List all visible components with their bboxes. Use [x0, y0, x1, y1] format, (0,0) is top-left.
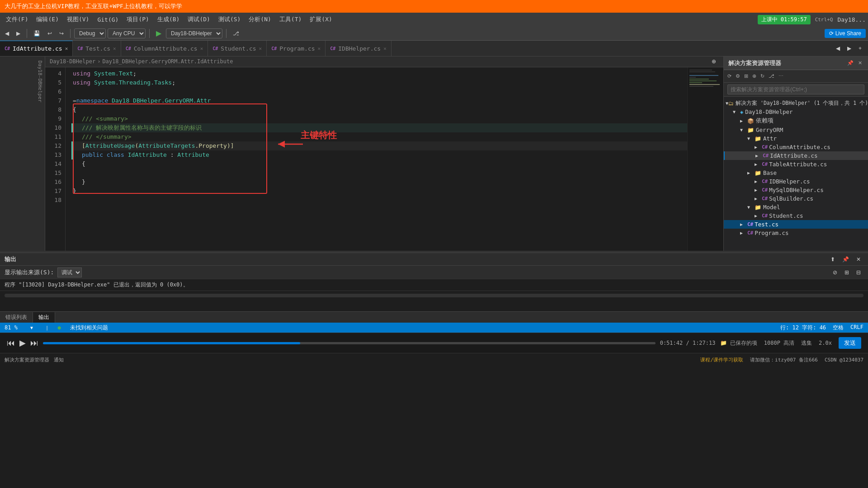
se-close-btn[interactable]: ✕: [857, 59, 863, 67]
tab-program[interactable]: C# Program.cs ✕: [267, 41, 326, 56]
tab-test[interactable]: C# Test.cs ✕: [73, 41, 121, 56]
save-btn[interactable]: 💾: [31, 29, 43, 38]
quality-label[interactable]: 逃集: [801, 339, 812, 347]
output-pin-btn[interactable]: 📌: [840, 255, 852, 263]
program-arrow-icon: ▶: [740, 230, 747, 235]
tree-attr[interactable]: ▼ 📁 Attr: [724, 134, 868, 143]
tree-solution[interactable]: ▼ 🗂 解决方案 'Day18-DBHelper' (1 个项目，共 1 个): [724, 99, 868, 108]
se-filter-btn[interactable]: ⊞: [743, 72, 750, 80]
output-filter-btn[interactable]: ⊟: [854, 268, 863, 277]
taskbar-se[interactable]: 解决方案资源管理器: [5, 357, 49, 363]
zoom-dropdown-btn[interactable]: ▼: [27, 324, 37, 331]
tree-base[interactable]: ▶ 📁 Base: [724, 169, 868, 177]
output-source-select[interactable]: 调试: [57, 267, 82, 277]
close-icon-idb[interactable]: ✕: [383, 46, 387, 52]
se-sync-btn[interactable]: ⟳: [726, 72, 733, 80]
menu-view[interactable]: 视图(V): [63, 14, 93, 25]
play-btn[interactable]: ▶: [19, 338, 26, 348]
menu-extensions[interactable]: 扩展(X): [306, 14, 335, 25]
speed-label[interactable]: 2.0x: [819, 340, 832, 346]
menu-build[interactable]: 生成(B): [154, 14, 183, 25]
tree-model[interactable]: ▼ 📁 Model: [724, 203, 868, 211]
se-refresh-btn[interactable]: ↻: [759, 72, 766, 80]
se-git-btn[interactable]: ⎇: [767, 72, 776, 80]
tab-column[interactable]: C# ColumnAttribute.cs ✕: [121, 41, 208, 56]
tab-idb-icon: C#: [330, 46, 335, 51]
tree-columnattr[interactable]: ▶ C# ColumnAttribute.cs: [724, 143, 868, 151]
zoom-level[interactable]: 81 %: [5, 324, 18, 331]
taskbar-csdn: CSDN @1234037: [825, 357, 863, 363]
tree-deps[interactable]: ▶ 📦 依赖项: [724, 116, 868, 126]
undo-btn[interactable]: ↩: [45, 29, 55, 38]
menu-analyze[interactable]: 分析(N): [245, 14, 274, 25]
close-icon-test[interactable]: ✕: [113, 46, 116, 52]
code-line-6: [73, 87, 687, 96]
resolution-badge[interactable]: 1080P 高清: [764, 339, 794, 347]
platform-dropdown[interactable]: Any CPU: [108, 28, 146, 38]
close-icon[interactable]: ✕: [65, 46, 68, 52]
live-share-button[interactable]: ⟳ Live Share: [825, 29, 866, 38]
tab-scroll-left[interactable]: ◀: [833, 44, 843, 52]
run-btn[interactable]: ▶: [153, 28, 164, 38]
minimap[interactable]: [687, 67, 723, 251]
output-text: 程序 "[13020] Day18-DBHelper.exe" 已退出，返回值为…: [5, 282, 189, 288]
tab-student-icon: C#: [212, 46, 218, 51]
debug-dropdown[interactable]: Debug: [74, 28, 106, 38]
project-dropdown[interactable]: Day18-DBHelper: [166, 28, 222, 38]
expand-btn[interactable]: ⊕: [709, 57, 719, 66]
se-props-btn[interactable]: ⚙: [734, 72, 741, 80]
send-button[interactable]: 发送: [839, 337, 861, 349]
git-btn[interactable]: ⎇: [230, 29, 242, 38]
prev-btn[interactable]: ⏮: [7, 338, 15, 348]
code-lines[interactable]: using System.Text; using System.Threadin…: [66, 67, 687, 251]
tree-idbhelper[interactable]: ▶ C# IDBHelper.cs: [724, 177, 868, 186]
tree-tableattr[interactable]: ▶ C# TableAttribute.cs: [724, 160, 868, 169]
forward-btn[interactable]: ▶: [14, 29, 23, 38]
close-icon-student[interactable]: ✕: [259, 46, 262, 52]
tree-sqlbuilder[interactable]: ▶ C# SqlBuilder.cs: [724, 194, 868, 203]
se-search-input[interactable]: [727, 84, 864, 94]
taskbar-notification[interactable]: 通知: [54, 357, 64, 363]
tree-student[interactable]: ▶ C# Student.cs: [724, 211, 868, 220]
tree-program[interactable]: ▶ C# Program.cs: [724, 229, 868, 237]
tab-idbhelper[interactable]: C# IDBHelper.cs ✕: [326, 41, 392, 56]
output-close-btn[interactable]: ✕: [854, 255, 863, 263]
progress-bar-container[interactable]: [43, 342, 656, 344]
menu-git[interactable]: Git(G): [94, 15, 122, 24]
code-editor[interactable]: Day18-DBHelper › Day18_DBHelper.GerryORM…: [45, 56, 723, 251]
output-scrollbar[interactable]: [0, 291, 868, 300]
close-icon-program[interactable]: ✕: [318, 46, 321, 52]
se-more-btn[interactable]: ⋯: [777, 72, 785, 80]
tab-test-icon: C#: [77, 46, 83, 51]
se-pin-btn[interactable]: 📌: [846, 59, 855, 67]
se-expand-btn[interactable]: ⊕: [751, 72, 758, 80]
tree-test[interactable]: ▶ C# Test.cs: [724, 220, 868, 229]
time-display: 0:51:42 / 1:27:13: [660, 340, 716, 346]
output-clear-btn[interactable]: ⊘: [830, 268, 840, 277]
output-wrap-btn[interactable]: ⊞: [842, 268, 852, 277]
tree-mysqldb[interactable]: ▶ C# MySqlDBHelper.cs: [724, 186, 868, 194]
tree-gerryorm[interactable]: ▼ 📁 GerryORM: [724, 126, 868, 134]
next-btn[interactable]: ⏭: [30, 338, 38, 348]
close-icon-column[interactable]: ✕: [200, 46, 203, 52]
menu-file[interactable]: 文件(F): [2, 14, 32, 25]
code-line-8: {: [73, 105, 687, 114]
tab-scroll-right[interactable]: ▶: [844, 44, 854, 52]
tree-idattr[interactable]: ▶ C# IdAttribute.cs: [724, 151, 868, 160]
tab-idattribute[interactable]: C# IdAttribute.cs ✕: [0, 41, 73, 56]
menu-debug[interactable]: 调试(D): [184, 14, 213, 25]
tab-output[interactable]: 输出: [33, 312, 55, 323]
se-tools: ⟳ ⚙ ⊞ ⊕ ↻ ⎇ ⋯: [724, 70, 868, 83]
tab-error-list[interactable]: 错误列表: [0, 312, 33, 323]
tree-project[interactable]: ▼ ◈ Day18-DBHelper: [724, 108, 868, 116]
menu-edit[interactable]: 编辑(E): [33, 14, 62, 25]
redo-btn[interactable]: ↪: [57, 29, 66, 38]
back-btn[interactable]: ◀: [2, 29, 12, 38]
new-file-btn[interactable]: +: [856, 44, 864, 52]
output-panel: 输出 ⬆ 📌 ✕ 显示输出来源(S): 调试 ⊘ ⊞ ⊟ 程序 "[13020]…: [0, 253, 868, 311]
menu-tools[interactable]: 工具(T): [276, 14, 305, 25]
menu-project[interactable]: 项目(P): [123, 14, 152, 25]
tab-student[interactable]: C# Student.cs ✕: [208, 41, 267, 56]
output-expand-btn[interactable]: ⬆: [828, 255, 838, 263]
menu-test[interactable]: 测试(S): [215, 14, 244, 25]
